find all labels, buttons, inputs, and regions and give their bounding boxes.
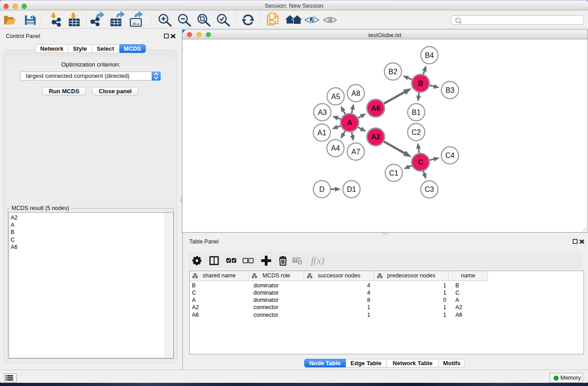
svg-text:C1: C1	[389, 169, 398, 177]
svg-text:A: A	[347, 119, 352, 127]
svg-text:D: D	[319, 186, 325, 193]
svg-text:B3: B3	[445, 86, 454, 94]
svg-text:C4: C4	[445, 152, 454, 159]
svg-text:A5: A5	[331, 93, 340, 100]
svg-text:C2: C2	[411, 129, 421, 136]
svg-text:A2: A2	[371, 133, 380, 141]
svg-text:A3: A3	[318, 109, 327, 116]
svg-text:f(x): f(x)	[311, 255, 324, 266]
svg-text:C: C	[418, 158, 423, 166]
svg-text:B1: B1	[411, 109, 421, 116]
svg-text:B4: B4	[425, 52, 434, 59]
svg-text:A1: A1	[317, 129, 326, 137]
svg-text:A8: A8	[351, 90, 360, 97]
svg-text:D1: D1	[347, 186, 356, 193]
svg-text:A4: A4	[331, 144, 340, 152]
svg-text:C3: C3	[425, 186, 434, 193]
svg-text:A7: A7	[351, 148, 360, 156]
svg-text:A6: A6	[371, 105, 380, 112]
svg-text:B2: B2	[388, 68, 397, 76]
svg-text:B: B	[418, 80, 423, 87]
